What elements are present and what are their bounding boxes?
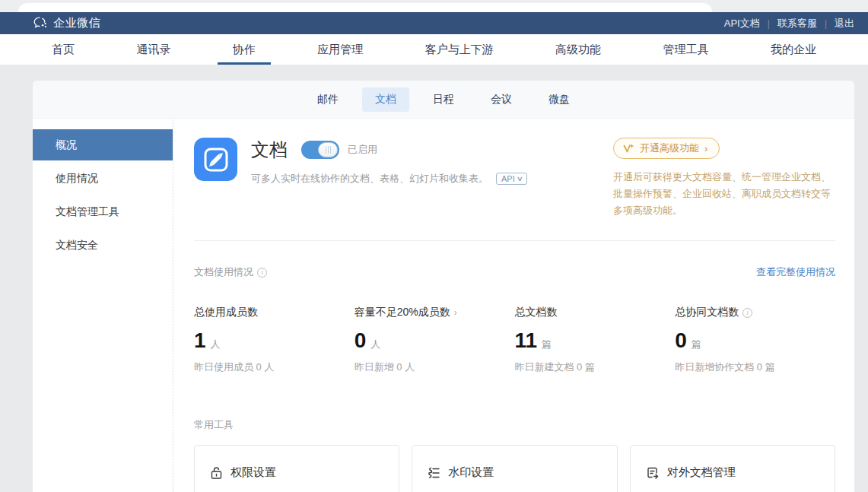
- nav-customers[interactable]: 客户与上下游: [421, 34, 498, 65]
- card-title: 权限设置: [231, 465, 276, 480]
- stat-total-docs: 总文档数 11 篇 昨日新建文档 0 篇: [515, 306, 676, 374]
- stats-row: 总使用成员数 1 人 昨日使用成员 0 人 容量不足20%成员数 ›: [194, 306, 835, 374]
- divider: [194, 240, 835, 241]
- separator: |: [825, 18, 827, 29]
- doc-share-icon: [646, 466, 660, 480]
- main-panel: 邮件 文档 日程 会议 微盘 概况 使用情况 文档管理工具 文档安全: [33, 81, 854, 492]
- stat-unit: 人: [211, 338, 221, 351]
- card-watermark-settings[interactable]: 水印设置 为企业内文档开启水印，数据泄露事件可追: [412, 445, 617, 492]
- card-external-doc-management[interactable]: 对外文档管理 查看和管理允许企业外访问的文档: [630, 445, 835, 492]
- nav-advanced-features[interactable]: 高级功能: [551, 34, 606, 65]
- sidebar-item-doc-security[interactable]: 文档安全: [33, 230, 173, 261]
- stat-label: 总文档数: [515, 306, 558, 319]
- card-title: 对外文档管理: [667, 465, 736, 480]
- upgrade-premium-button[interactable]: 开通高级功能 ›: [613, 138, 720, 159]
- sidebar-item-doc-tools[interactable]: 文档管理工具: [33, 196, 173, 227]
- upgrade-button-label: 开通高级功能: [640, 141, 699, 155]
- tab-calendar[interactable]: 日程: [420, 87, 467, 112]
- stat-value: 0: [355, 329, 367, 353]
- nav-admin-tools[interactable]: 管理工具: [659, 34, 714, 65]
- stat-label: 总协同文档数: [675, 306, 739, 319]
- stat-collab-docs: 总协同文档数 i 0 篇 昨日新增协作文档 0 篇: [675, 306, 835, 374]
- tab-meeting[interactable]: 会议: [478, 87, 525, 112]
- wework-chat-bubble-icon: [33, 17, 48, 30]
- stat-subtext: 昨日新增 0 人: [355, 360, 515, 374]
- stat-value: 1: [194, 329, 206, 353]
- stat-low-capacity-members: 容量不足20%成员数 › 0 人 昨日新增 0 人: [355, 306, 515, 374]
- app-logo[interactable]: 企业微信: [33, 16, 100, 30]
- info-icon[interactable]: i: [742, 308, 752, 318]
- nav-home[interactable]: 首页: [47, 34, 79, 65]
- logo-text: 企业微信: [53, 16, 100, 30]
- api-dropdown[interactable]: API ∨: [496, 173, 527, 185]
- card-title: 水印设置: [448, 465, 494, 480]
- main-content: 文档 已启用 可多人实时在线协作的文档、表格、幻灯片和收集表。 API ∨: [173, 119, 854, 492]
- stat-total-members: 总使用成员数 1 人 昨日使用成员 0 人: [194, 306, 355, 374]
- app-header: 文档 已启用 可多人实时在线协作的文档、表格、幻灯片和收集表。 API ∨: [194, 138, 835, 219]
- nav-contacts[interactable]: 通讯录: [132, 34, 175, 65]
- stat-subtext: 昨日新增协作文档 0 篇: [675, 360, 835, 374]
- stat-subtext: 昨日新建文档 0 篇: [515, 360, 676, 374]
- tools-header: 常用工具: [194, 418, 835, 432]
- nav-app-management[interactable]: 应用管理: [313, 34, 367, 65]
- sidebar-item-overview[interactable]: 概况: [33, 129, 173, 160]
- chevron-right-icon: ›: [704, 143, 707, 154]
- sparkle-icon: [623, 143, 634, 154]
- separator: |: [768, 18, 770, 29]
- tab-docs[interactable]: 文档: [362, 87, 409, 112]
- stat-subtext: 昨日使用成员 0 人: [194, 360, 355, 374]
- chevron-right-icon[interactable]: ›: [454, 307, 457, 318]
- subtab-bar: 邮件 文档 日程 会议 微盘: [33, 81, 854, 119]
- nav-my-company[interactable]: 我的企业: [766, 34, 821, 65]
- usage-section-title: 文档使用情况: [194, 265, 253, 279]
- app-description: 可多人实时在线协作的文档、表格、幻灯片和收集表。: [251, 172, 488, 186]
- link-contact-support[interactable]: 联系客服: [777, 17, 817, 30]
- topbar: 企业微信 API文档 | 联系客服 | 退出: [0, 12, 868, 34]
- link-logout[interactable]: 退出: [835, 17, 854, 30]
- topbar-links: API文档 | 联系客服 | 退出: [724, 17, 854, 30]
- premium-description: 开通后可获得更大文档容量、统一管理企业文档、批量操作预警、企业回收站、离职成员文…: [613, 169, 835, 219]
- usage-header: 文档使用情况 i 查看完整使用情况: [194, 265, 835, 279]
- tab-drive[interactable]: 微盘: [536, 87, 583, 112]
- card-permission-settings[interactable]: 权限设置 设置企业内外的访问权限: [194, 445, 399, 492]
- chevron-down-icon: ∨: [516, 175, 523, 183]
- api-label: API: [501, 174, 515, 183]
- premium-panel: 开通高级功能 › 开通后可获得更大文档容量、统一管理企业文档、批量操作预警、企业…: [613, 138, 835, 219]
- docs-app-icon: [194, 138, 237, 181]
- nav-collaboration[interactable]: 协作: [228, 34, 260, 65]
- stat-label: 容量不足20%成员数: [355, 306, 450, 319]
- tool-cards: 权限设置 设置企业内外的访问权限: [194, 445, 835, 492]
- stat-unit: 人: [370, 338, 380, 351]
- watermark-icon: [428, 466, 440, 480]
- stat-value: 11: [515, 329, 538, 353]
- link-api-docs[interactable]: API文档: [724, 17, 760, 30]
- browser-strip: [0, 0, 868, 12]
- browser-tab-shape: [18, 3, 712, 12]
- sidebar: 概况 使用情况 文档管理工具 文档安全: [33, 119, 173, 492]
- stat-value: 0: [675, 329, 687, 353]
- stat-label: 总使用成员数: [194, 306, 258, 319]
- content-background: 邮件 文档 日程 会议 微盘 概况 使用情况 文档管理工具 文档安全: [0, 65, 868, 492]
- tab-mail[interactable]: 邮件: [304, 87, 351, 112]
- info-icon[interactable]: i: [257, 268, 267, 278]
- stat-unit: 篇: [542, 338, 552, 351]
- tools-section-title: 常用工具: [194, 418, 234, 432]
- view-full-usage-link[interactable]: 查看完整使用情况: [756, 265, 835, 279]
- enable-toggle[interactable]: [301, 141, 339, 159]
- toggle-knob: [318, 142, 338, 157]
- sidebar-item-usage[interactable]: 使用情况: [33, 163, 173, 194]
- main-nav: 首页 通讯录 协作 应用管理 客户与上下游 高级功能 管理工具 我的企业: [0, 34, 868, 65]
- lock-icon: [210, 466, 223, 480]
- stat-unit: 篇: [692, 338, 701, 351]
- page-title: 文档: [251, 138, 288, 162]
- status-label: 已启用: [348, 143, 377, 157]
